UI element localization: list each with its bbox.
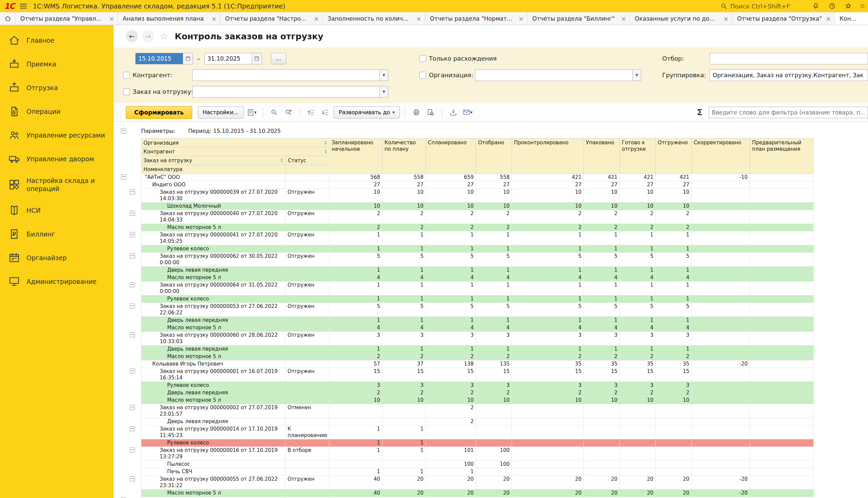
value-cell[interactable]: 1 [620,267,656,274]
value-cell[interactable]: 1 [330,296,382,303]
status-cell[interactable] [285,397,330,404]
value-cell[interactable] [656,440,692,447]
value-cell[interactable]: 10 [512,202,584,210]
value-cell[interactable]: 5 [382,303,426,317]
value-cell[interactable]: 1 [330,447,382,461]
name-cell[interactable]: Масло моторное 5 л [141,353,285,361]
value-cell[interactable] [750,245,814,253]
value-cell[interactable]: 135 [476,361,512,368]
tab-close-icon[interactable]: × [723,15,729,22]
otbor-input[interactable] [710,53,868,64]
name-cell[interactable]: Заказ на отгрузку 000000060 от 28.06.202… [141,332,285,345]
name-cell[interactable]: Индиго ООО [141,181,285,189]
value-cell[interactable]: 4 [382,324,426,332]
report-variant-button[interactable]: ▼ [245,107,258,118]
value-cell[interactable]: 421 [656,174,692,181]
print-button[interactable] [410,107,422,118]
row-expander[interactable]: − [130,253,135,259]
value-cell[interactable]: 1 [330,245,382,253]
value-cell[interactable]: 15 [330,368,382,382]
period-more-button[interactable]: ... [271,53,286,64]
value-cell[interactable]: 421 [584,174,620,181]
value-cell[interactable] [750,476,814,489]
organization-input[interactable] [475,69,633,81]
tab-7[interactable]: Оказанные услуги по до...× [630,12,732,25]
value-cell[interactable]: 20 [476,489,512,497]
tab-close-icon[interactable]: × [314,15,319,22]
name-cell[interactable]: Заказ на отгрузку 000000064 от 31.05.202… [141,281,285,296]
value-cell[interactable]: 3 [584,332,620,345]
quick-filter-input[interactable] [709,107,868,118]
value-cell[interactable]: 1 [620,296,656,303]
status-cell[interactable]: Отгружен [285,210,330,224]
save-report-button[interactable] [447,107,459,118]
value-cell[interactable]: 5 [620,253,656,267]
value-cell[interactable] [750,468,814,476]
tab-close-icon[interactable]: × [519,15,524,22]
order-dropdown-icon[interactable]: ▼ [380,86,388,97]
value-cell[interactable]: 20 [584,489,620,497]
value-cell[interactable]: 2 [382,353,426,361]
favorites-star-icon[interactable] [844,2,852,10]
value-cell[interactable]: 2 [476,389,512,397]
value-cell[interactable] [750,461,814,468]
value-cell[interactable]: 2 [584,224,620,231]
value-cell[interactable] [750,382,814,389]
value-cell[interactable]: 20 [512,476,584,489]
value-cell[interactable]: 20 [620,476,656,489]
value-cell[interactable] [330,404,382,418]
value-cell[interactable]: 2 [512,210,584,224]
value-cell[interactable]: 20 [426,489,476,497]
value-cell[interactable]: 568 [330,174,382,181]
value-cell[interactable] [750,425,814,440]
favorite-star-icon[interactable]: ☆ [160,31,168,42]
value-cell[interactable] [692,224,750,231]
status-cell[interactable]: Отгружен [285,476,330,489]
value-cell[interactable]: 1 [476,231,512,245]
organization-dropdown-icon[interactable]: ▼ [633,69,641,81]
value-cell[interactable]: 1 [330,345,382,353]
name-cell[interactable]: Колываев Игорь Петрович [141,361,285,368]
group-level-button[interactable]: − [121,128,126,133]
status-cell[interactable]: Отгружен [285,281,330,296]
value-cell[interactable] [692,231,750,245]
notifications-bell-icon[interactable] [812,2,820,10]
value-cell[interactable]: 101 [426,447,476,461]
status-cell[interactable]: Отгружен [285,332,330,345]
status-cell[interactable] [285,461,330,468]
value-cell[interactable]: 3 [330,332,382,345]
find-cancel-button[interactable] [282,107,295,118]
value-cell[interactable]: 27 [620,181,656,189]
value-cell[interactable] [750,332,814,345]
sidebar-item-resources[interactable]: Управление ресурсами [0,123,114,147]
history-icon[interactable] [828,2,836,10]
value-cell[interactable]: 1 [476,245,512,253]
value-cell[interactable]: 3 [620,332,656,345]
value-cell[interactable]: 5 [656,303,692,317]
value-cell[interactable]: 5 [584,253,620,267]
row-expander[interactable]: − [130,369,135,374]
status-cell[interactable] [285,317,330,324]
value-cell[interactable]: 1 [382,267,426,274]
value-cell[interactable]: 2 [584,389,620,397]
sidebar-item-admin[interactable]: Администрирование [0,270,114,293]
status-cell[interactable] [285,202,330,210]
row-expander[interactable]: − [121,174,126,180]
value-cell[interactable] [656,404,692,418]
status-cell[interactable] [285,440,330,447]
value-cell[interactable]: 10 [476,397,512,404]
value-cell[interactable]: 558 [382,174,426,181]
value-cell[interactable]: 1 [382,468,426,476]
expand-groups-button[interactable] [319,107,332,118]
status-cell[interactable] [285,361,330,368]
name-cell[interactable]: Заказ на отгрузку 000000055 от 27.06.202… [141,476,285,489]
value-cell[interactable] [584,404,620,418]
tab-close-icon[interactable]: × [109,15,114,22]
value-cell[interactable] [750,418,814,425]
organization-checkbox[interactable] [419,72,426,79]
value-cell[interactable] [692,345,750,353]
value-cell[interactable]: 35 [656,361,692,368]
name-cell[interactable]: Рулевое колесо [141,245,285,253]
value-cell[interactable]: 2 [330,224,382,231]
date-to-calendar-button[interactable] [252,53,262,64]
